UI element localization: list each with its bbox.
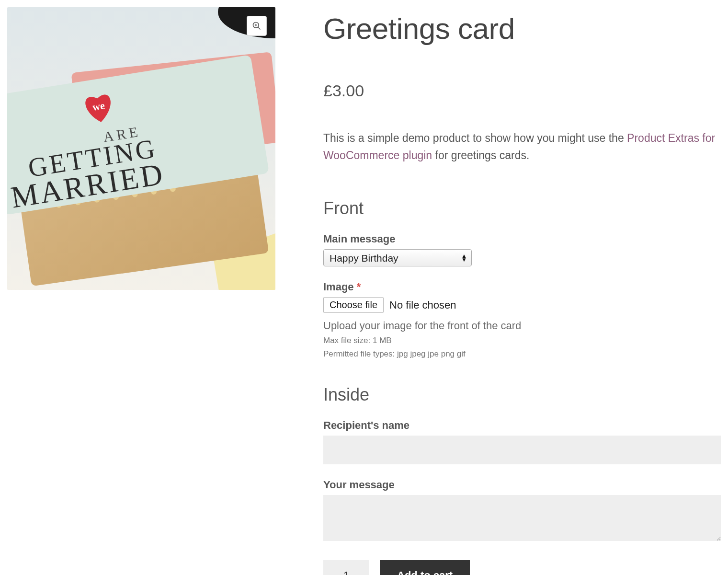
svg-line-27 (258, 27, 261, 30)
section-heading-inside: Inside (323, 385, 721, 405)
required-mark: * (357, 281, 361, 293)
product-title: Greetings card (323, 13, 721, 44)
svg-text:we: we (91, 99, 105, 113)
image-file-types: Permitted file types: jpg jpeg jpe png g… (323, 349, 721, 359)
recipient-name-label: Recipient's name (323, 419, 721, 432)
quantity-input[interactable] (323, 560, 369, 575)
choose-file-button[interactable]: Choose file (323, 297, 384, 313)
main-message-select[interactable]: Happy Birthday (323, 249, 472, 266)
zoom-button[interactable] (247, 16, 267, 36)
image-label-text: Image (323, 281, 354, 293)
image-label: Image * (323, 281, 721, 293)
magnifier-plus-icon (252, 21, 262, 31)
recipient-name-input[interactable] (323, 436, 721, 464)
section-heading-front: Front (323, 198, 721, 218)
image-hint: Upload your image for the front of the c… (323, 320, 721, 332)
product-image[interactable]: we ARE GETTING MARRIED (7, 7, 275, 290)
image-max-size: Max file size: 1 MB (323, 336, 721, 345)
desc-prefix: This is a simple demo product to show ho… (323, 132, 627, 144)
your-message-label: Your message (323, 479, 721, 491)
product-description: This is a simple demo product to show ho… (323, 130, 721, 164)
file-status: No file chosen (389, 299, 456, 311)
desc-suffix: for greetings cards. (432, 149, 529, 161)
main-message-label: Main message (323, 233, 721, 245)
product-price: £3.00 (323, 81, 721, 100)
your-message-textarea[interactable] (323, 495, 721, 541)
product-image-container: we ARE GETTING MARRIED (7, 7, 275, 290)
add-to-cart-button[interactable]: Add to cart (380, 560, 470, 575)
